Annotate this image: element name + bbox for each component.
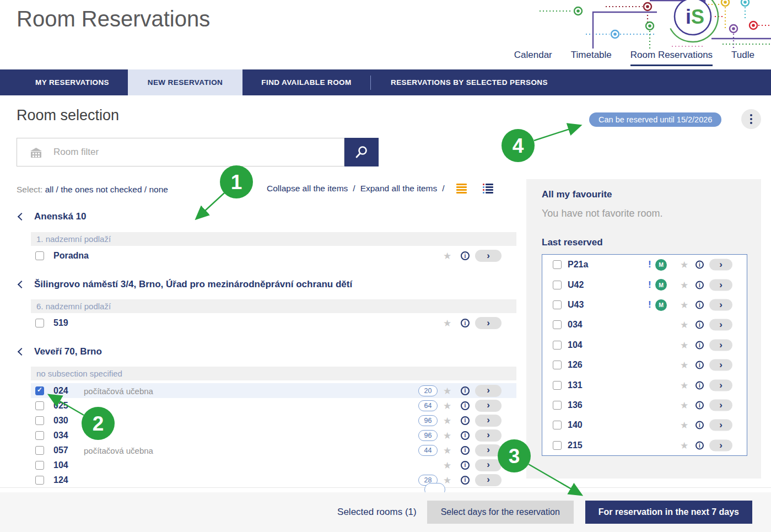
favourite-star-icon[interactable]: ★	[443, 386, 451, 395]
info-icon[interactable]: i	[461, 476, 470, 485]
room-checkbox[interactable]	[553, 341, 562, 350]
favourite-star-icon[interactable]: ★	[680, 340, 688, 350]
room-name[interactable]: 124	[53, 475, 68, 485]
favourite-star-icon[interactable]: ★	[680, 361, 688, 370]
room-name[interactable]: 126	[568, 360, 583, 370]
favourite-star-icon[interactable]: ★	[680, 300, 688, 310]
open-room-button[interactable]: ›	[709, 299, 732, 311]
favourite-star-icon[interactable]: ★	[680, 280, 688, 289]
room-checkbox-checked[interactable]	[35, 386, 44, 395]
favourite-star-icon[interactable]: ★	[443, 475, 451, 485]
favourite-star-icon[interactable]: ★	[680, 401, 688, 410]
info-icon[interactable]: i	[461, 431, 470, 440]
room-checkbox[interactable]	[553, 281, 562, 289]
info-icon[interactable]: i	[461, 446, 470, 455]
open-room-button[interactable]: ›	[475, 317, 502, 329]
tab-new-reservation[interactable]: NEW RESERVATION	[128, 69, 242, 95]
info-icon[interactable]: i	[695, 361, 704, 369]
favourite-star-icon[interactable]: ★	[443, 251, 451, 261]
tab-my-reservations[interactable]: MY RESERVATIONS	[17, 69, 128, 95]
info-icon[interactable]: i	[461, 401, 470, 410]
room-checkbox[interactable]	[35, 319, 44, 327]
room-checkbox[interactable]	[553, 401, 562, 410]
open-room-button[interactable]: ›	[709, 319, 732, 331]
room-name[interactable]: Poradna	[53, 251, 89, 261]
room-name[interactable]: 030	[53, 416, 68, 426]
info-icon[interactable]: i	[461, 416, 470, 425]
info-icon[interactable]: i	[461, 319, 470, 327]
room-name[interactable]: 140	[568, 420, 583, 430]
info-icon[interactable]: i	[461, 461, 470, 470]
favourite-star-icon[interactable]: ★	[443, 431, 451, 440]
building-veveri-header[interactable]: Veveří 70, Brno	[17, 346, 102, 357]
open-room-button[interactable]: ›	[709, 420, 732, 431]
tab-find-available-room[interactable]: FIND AVAILABLE ROOM	[242, 69, 370, 95]
collapse-all-link[interactable]: Collapse all the items	[267, 184, 348, 194]
room-checkbox[interactable]	[553, 441, 562, 450]
tree-list-view-icon[interactable]	[483, 184, 493, 194]
nav-calendar[interactable]: Calendar	[514, 50, 552, 66]
info-icon[interactable]: i	[695, 401, 704, 410]
open-room-button[interactable]: ›	[475, 385, 502, 397]
nav-room-reservations[interactable]: Room Reservations	[630, 50, 713, 66]
room-name[interactable]: U42	[568, 280, 584, 290]
room-name[interactable]: 034	[53, 431, 68, 440]
open-room-button[interactable]: ›	[475, 444, 502, 456]
room-checkbox[interactable]	[35, 476, 44, 485]
room-name[interactable]: 136	[568, 400, 583, 410]
open-room-button[interactable]: ›	[709, 400, 732, 411]
room-name[interactable]: 057	[53, 445, 68, 455]
next-seven-days-button[interactable]: For reservation in the next 7 days	[585, 501, 752, 524]
favourite-star-icon[interactable]: ★	[443, 445, 451, 455]
room-checkbox[interactable]	[35, 446, 44, 455]
expand-all-link[interactable]: Expand all the items	[360, 184, 438, 194]
building-anenska-header[interactable]: Anenská 10	[17, 211, 87, 222]
favourite-star-icon[interactable]: ★	[443, 416, 451, 425]
select-none-link[interactable]: none	[149, 185, 168, 194]
open-room-button[interactable]: ›	[709, 379, 732, 391]
favourite-star-icon[interactable]: ★	[680, 260, 688, 270]
tab-reservations-by-selected-persons[interactable]: RESERVATIONS BY SELECTED PERSONS	[371, 69, 568, 95]
room-name[interactable]: 025	[53, 401, 68, 411]
select-all-link[interactable]: all	[45, 185, 54, 194]
info-icon[interactable]: i	[461, 386, 470, 395]
open-room-button[interactable]: ›	[475, 250, 502, 262]
room-name[interactable]: 024	[53, 386, 68, 396]
search-button[interactable]	[344, 138, 379, 166]
open-room-button[interactable]: ›	[475, 474, 502, 486]
nav-timetable[interactable]: Timetable	[571, 50, 612, 66]
favourite-star-icon[interactable]: ★	[443, 401, 451, 410]
favourite-star-icon[interactable]: ★	[680, 440, 688, 450]
flat-list-view-icon[interactable]	[456, 184, 467, 194]
favourite-star-icon[interactable]: ★	[443, 460, 451, 470]
info-icon[interactable]: i	[695, 281, 704, 289]
open-room-button[interactable]: ›	[709, 259, 732, 271]
room-checkbox[interactable]	[553, 421, 562, 429]
favourite-star-icon[interactable]: ★	[443, 319, 451, 328]
room-name[interactable]: 104	[53, 460, 68, 470]
info-icon[interactable]: i	[461, 251, 470, 260]
open-room-button[interactable]: ›	[709, 439, 732, 451]
open-room-button[interactable]: ›	[475, 429, 502, 442]
room-checkbox[interactable]	[35, 416, 44, 425]
open-room-button[interactable]: ›	[709, 359, 732, 371]
room-name[interactable]: 034	[568, 320, 583, 330]
room-name[interactable]: 131	[568, 380, 583, 390]
info-icon[interactable]: i	[695, 421, 704, 429]
info-icon[interactable]: i	[695, 301, 704, 309]
building-silingrovo-header[interactable]: Šilingrovo náměstí 3/4, Brno, Úřad pro m…	[17, 279, 352, 290]
info-icon[interactable]: i	[695, 441, 704, 449]
room-checkbox[interactable]	[553, 320, 562, 329]
info-icon[interactable]: i	[695, 381, 704, 389]
info-icon[interactable]: i	[695, 321, 704, 329]
open-room-button[interactable]: ›	[475, 400, 502, 412]
room-checkbox[interactable]	[35, 251, 44, 260]
room-name[interactable]: 215	[568, 440, 583, 450]
room-name[interactable]: 104	[568, 340, 583, 350]
room-filter-input[interactable]	[53, 139, 335, 165]
open-room-button[interactable]: ›	[709, 279, 732, 291]
open-room-button[interactable]: ›	[475, 415, 502, 427]
more-actions-button[interactable]	[741, 109, 761, 129]
nav-tudle[interactable]: Tudle	[731, 50, 754, 66]
room-name[interactable]: 519	[53, 318, 68, 328]
